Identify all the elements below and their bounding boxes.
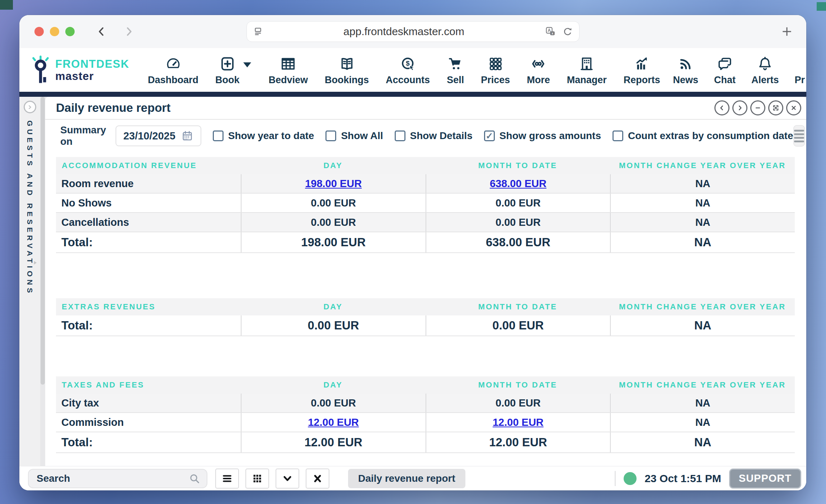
calendar-icon[interactable] <box>181 129 193 142</box>
dropdown-caret-icon[interactable] <box>243 62 251 67</box>
nav-item-chat[interactable]: Chat <box>714 54 736 86</box>
close-window-button[interactable] <box>34 27 44 36</box>
nav-item-prices[interactable]: Prices <box>481 54 510 86</box>
row-value: NA <box>610 394 795 412</box>
manager-building-icon <box>578 54 595 73</box>
table-column-header: MONTH TO DATE <box>426 380 610 390</box>
checkbox-show-details[interactable]: Show Details <box>395 130 473 142</box>
frontdeskmaster-logo[interactable]: FRONTDESK master <box>29 53 137 86</box>
nav-item-label: Bookings <box>325 75 369 86</box>
zoom-window-button[interactable] <box>65 27 75 36</box>
statusbar-buttons <box>215 469 329 489</box>
sidebar-expand-button[interactable] <box>24 101 36 113</box>
checkbox-box[interactable] <box>325 130 336 141</box>
date-input[interactable]: 23/10/2025 <box>116 125 201 146</box>
table-column-header: DAY <box>241 161 426 170</box>
menu-button[interactable] <box>215 469 239 489</box>
nav-item-accounts[interactable]: $Accounts <box>386 54 430 86</box>
checkbox-box[interactable] <box>613 130 623 141</box>
total-label: Total: <box>56 432 241 452</box>
search-box[interactable] <box>28 469 207 488</box>
row-value: 0.00 EUR <box>241 194 426 212</box>
checkbox-label: Show Details <box>410 130 473 142</box>
close-button[interactable] <box>786 100 801 115</box>
value-link[interactable]: 12.00 EUR <box>493 417 544 428</box>
nav-item-manager[interactable]: Manager <box>567 54 607 86</box>
table-row: Room revenue198.00 EUR638.00 EURNA <box>56 174 795 194</box>
checkbox-box[interactable] <box>213 130 224 141</box>
row-value: 0.00 EUR <box>426 213 610 232</box>
row-value: 12.00 EUR <box>241 413 426 432</box>
total-value: NA <box>610 232 795 252</box>
nav-item-label: Sell <box>447 75 464 86</box>
value-link[interactable]: 198.00 EUR <box>305 178 362 190</box>
grid-view-button[interactable] <box>245 469 269 489</box>
report-filters: Summary on 23/10/2025 Show year to dateS… <box>45 120 806 152</box>
support-button[interactable]: SUPPORT <box>729 469 801 489</box>
checkbox-box[interactable]: ✓ <box>484 130 495 141</box>
wallpaper-accent <box>0 0 13 10</box>
checkbox-show-all[interactable]: Show All <box>325 130 383 142</box>
address-bar[interactable]: app.frontdeskmaster.com Ax <box>247 21 579 42</box>
nav-item-label: Bedview <box>269 75 308 86</box>
report-menu-button[interactable] <box>793 125 805 147</box>
search-icon[interactable] <box>189 473 200 484</box>
checkbox-label: Show All <box>341 130 383 142</box>
nav-item-more[interactable]: More <box>527 54 550 86</box>
table-column-header: DAY <box>241 302 426 312</box>
minimize-window-button[interactable] <box>50 27 59 36</box>
checkbox-box[interactable] <box>395 130 405 141</box>
expand-button[interactable] <box>768 100 783 115</box>
browser-toolbar: app.frontdeskmaster.com Ax <box>19 15 806 48</box>
news-rss-icon <box>677 54 694 73</box>
previous-button[interactable] <box>714 100 729 115</box>
row-value: NA <box>610 413 795 432</box>
minimize-button[interactable] <box>750 100 765 115</box>
status-bar: Daily revenue report 23 Oct 1:51 PM SUPP… <box>19 466 806 490</box>
nav-item-sell[interactable]: Sell <box>447 54 464 86</box>
table-row: Cancellations0.00 EUR0.00 EURNA <box>56 213 795 232</box>
nav-item-bedview[interactable]: Bedview <box>269 54 308 86</box>
checkbox-show-gross-amounts[interactable]: ✓Show gross amounts <box>484 130 601 142</box>
nav-item-dashboard[interactable]: Dashboard <box>148 54 198 86</box>
collapse-button[interactable] <box>276 469 299 489</box>
total-value: 0.00 EUR <box>241 315 426 336</box>
vertical-scrollbar[interactable] <box>40 97 45 466</box>
nav-item-book[interactable]: Book <box>215 54 252 86</box>
table-row: No Shows0.00 EUR0.00 EURNA <box>56 194 795 213</box>
table-column-header: MONTH TO DATE <box>426 161 610 170</box>
row-value: NA <box>610 174 795 193</box>
new-tab-button[interactable] <box>780 24 794 39</box>
nav-item-bookings[interactable]: Bookings <box>325 54 369 86</box>
desktop-wallpaper: app.frontdeskmaster.com Ax <box>0 0 826 504</box>
nav-item-pr[interactable]: Pr <box>794 54 805 86</box>
back-button[interactable] <box>95 25 108 38</box>
navy-divider-strip <box>19 92 806 97</box>
search-input[interactable] <box>37 473 189 484</box>
statusbar-divider <box>615 471 616 486</box>
scrollbar-thumb[interactable] <box>41 97 45 385</box>
open-report-tab[interactable]: Daily revenue report <box>348 469 465 488</box>
value-link[interactable]: 638.00 EUR <box>490 178 546 190</box>
forward-button[interactable] <box>123 25 135 38</box>
wallpaper-accent <box>817 2 826 11</box>
translate-icon[interactable]: Ax <box>545 26 556 37</box>
checkbox-show-year-to-date[interactable]: Show year to date <box>213 130 314 142</box>
next-button[interactable] <box>732 100 747 115</box>
report-header: Daily revenue report <box>45 97 806 120</box>
nav-item-news[interactable]: News <box>673 54 698 86</box>
grid-icon <box>250 472 264 485</box>
nav-item-alerts[interactable]: Alerts <box>751 54 779 86</box>
reader-view-icon[interactable] <box>253 26 263 37</box>
nav-item-label: Accounts <box>386 75 430 86</box>
nav-item-reports[interactable]: Reports <box>624 54 660 86</box>
browser-history-nav <box>95 25 135 38</box>
row-value: NA <box>610 213 795 232</box>
checkbox-label: Show gross amounts <box>499 130 601 142</box>
reload-icon[interactable] <box>562 26 573 37</box>
value-link[interactable]: 12.00 EUR <box>308 417 359 428</box>
total-value: 12.00 EUR <box>426 432 610 452</box>
sidebar-mini-chevron-icon[interactable] <box>32 258 39 267</box>
checkbox-count-extras-by-consumption-date[interactable]: Count extras by consumption date <box>613 130 793 142</box>
close-tab-button[interactable] <box>306 469 329 489</box>
